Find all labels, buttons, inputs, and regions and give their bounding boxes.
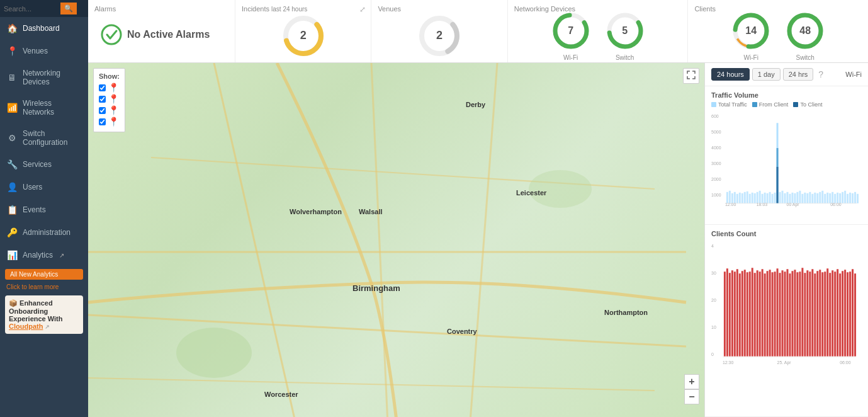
alarms-panel: Alarms No Active Alarms (88, 0, 235, 62)
sidebar-item-label: Wireless Networks (23, 99, 82, 117)
svg-rect-69 (821, 191, 823, 203)
svg-text:25. Apr: 25. Apr (777, 360, 792, 365)
svg-text:18:03: 18:03 (757, 202, 768, 207)
search-input[interactable] (4, 5, 60, 13)
venues-count: 2 (436, 29, 442, 42)
svg-rect-60 (799, 191, 801, 203)
networking-devices-panel: Networking Devices 7 Wi-Fi (508, 0, 689, 62)
sidebar-item-events[interactable]: 📋 Events (0, 198, 88, 221)
promo-box: 📦 Enhanced Onboarding Experience With Cl… (5, 295, 83, 334)
svg-rect-129 (811, 269, 813, 356)
svg-rect-38 (749, 194, 751, 203)
sidebar-item-venues[interactable]: 📍 Venues (0, 40, 88, 62)
sidebar-item-dashboard[interactable]: 🏠 Dashboard (0, 17, 88, 40)
sidebar-item-users[interactable]: 👤 Users (0, 176, 88, 198)
svg-rect-79 (847, 194, 848, 203)
green-marker-icon: 📍 (108, 117, 119, 127)
wireless-icon: 📶 (6, 103, 18, 113)
clients-wifi-donut: 14 (730, 10, 772, 52)
svg-rect-40 (754, 193, 756, 203)
svg-rect-112 (769, 270, 771, 356)
switch-icon: ⚙ (6, 133, 18, 143)
map-filter-gray-check[interactable] (99, 107, 106, 114)
svg-rect-144 (849, 271, 851, 356)
map-container[interactable]: Birmingham Coventry Leicester Derby Worc… (88, 63, 704, 417)
sidebar-item-switch-configuration[interactable]: ⚙ Switch Configuration (0, 123, 88, 153)
svg-text:06:00: 06:00 (840, 360, 851, 365)
incidents-panel: Incidents last 24 hours ⤢ 2 (235, 0, 371, 62)
map-filter-gray: 📍 (99, 105, 120, 115)
svg-rect-36 (744, 192, 746, 203)
24hrs-button[interactable]: 24 hrs (783, 68, 814, 81)
legend-total-label: Total Traffic (718, 101, 747, 108)
map-background (88, 63, 704, 417)
map-zoom-out-button[interactable]: − (684, 389, 699, 404)
svg-rect-122 (794, 270, 796, 356)
svg-rect-139 (837, 269, 838, 356)
svg-rect-119 (787, 269, 789, 356)
city-label-worcester: Worcester (264, 391, 298, 398)
users-icon: 👤 (6, 182, 18, 192)
networking-icon: 🖥 (6, 72, 18, 83)
networking-devices-donuts: 7 Wi-Fi 5 Switch (550, 10, 646, 61)
svg-rect-121 (791, 271, 793, 356)
wifi-filter-label: Wi-Fi (845, 71, 862, 78)
svg-rect-70 (824, 194, 826, 203)
map-filter-orange: 📍 (99, 94, 120, 104)
alarms-label: Alarms (94, 5, 116, 13)
legend-total-traffic: Total Traffic (711, 101, 747, 108)
incidents-label: Incidents last 24 hours (242, 5, 307, 13)
svg-text:12:00: 12:00 (725, 202, 736, 207)
venues-stat-label: Venues (378, 5, 401, 13)
clients-switch-donut-item: 48 Switch (784, 10, 826, 61)
switch-donut: 5 (604, 10, 646, 52)
svg-text:30: 30 (711, 271, 716, 275)
map-zoom-in-button[interactable]: + (684, 374, 699, 389)
svg-rect-136 (829, 273, 831, 356)
svg-rect-142 (844, 270, 846, 356)
sidebar-item-label: Analytics (23, 251, 53, 260)
clients-switch-donut: 48 (784, 10, 826, 52)
learn-more-link[interactable]: Click to learn more (0, 282, 88, 292)
svg-rect-132 (819, 270, 821, 356)
svg-text:4: 4 (711, 244, 714, 248)
svg-text:0: 0 (711, 352, 714, 357)
svg-rect-34 (739, 193, 741, 203)
svg-rect-65 (811, 194, 813, 203)
wifi-donut-item: 7 Wi-Fi (550, 10, 592, 61)
incidents-expand-icon[interactable]: ⤢ (359, 5, 366, 14)
map-filter-orange-check[interactable] (99, 96, 106, 103)
check-circle-icon (101, 24, 122, 45)
analytics-icon: 📊 (6, 250, 18, 260)
svg-rect-35 (741, 193, 743, 203)
svg-rect-66 (814, 193, 816, 203)
24-hours-button[interactable]: 24 hours (711, 68, 750, 81)
sidebar-item-services[interactable]: 🔧 Services (0, 153, 88, 176)
map-filter-green-check[interactable] (99, 118, 106, 125)
svg-rect-143 (847, 272, 848, 356)
map-expand-button[interactable] (683, 68, 699, 84)
search-bar: 🔍 (0, 0, 88, 17)
wifi-donut: 7 (550, 10, 592, 52)
clients-switch-count: 48 (799, 25, 811, 37)
clients-count-chart: 4 30 20 10 0 (711, 240, 862, 366)
map-filter-red-check[interactable] (99, 84, 106, 91)
svg-text:3000: 3000 (711, 161, 721, 166)
legend-dot-total (711, 102, 716, 107)
venues-panel: Venues 2 (371, 0, 507, 62)
svg-rect-68 (819, 192, 821, 203)
svg-rect-104 (749, 271, 751, 356)
sidebar-item-networking-devices[interactable]: 🖥 Networking Devices (0, 62, 88, 93)
right-panel: 24 hours 1 day 24 hrs ? Wi-Fi Traffic Vo… (704, 63, 868, 417)
dashboard-icon: 🏠 (6, 23, 18, 33)
help-icon[interactable]: ? (818, 69, 823, 79)
sidebar-item-administration[interactable]: 🔑 Administration (0, 221, 88, 244)
1-day-button[interactable]: 1 day (752, 68, 781, 81)
clients-label: Clients (694, 5, 716, 13)
sidebar-item-analytics[interactable]: 📊 Analytics ↗ (0, 244, 88, 266)
promo-link[interactable]: Cloudpath (9, 323, 43, 330)
time-filter-bar: 24 hours 1 day 24 hrs ? Wi-Fi (705, 63, 868, 86)
search-button[interactable]: 🔍 (60, 3, 77, 14)
red-marker-icon: 📍 (108, 83, 119, 93)
sidebar-item-wireless-networks[interactable]: 📶 Wireless Networks (0, 93, 88, 123)
